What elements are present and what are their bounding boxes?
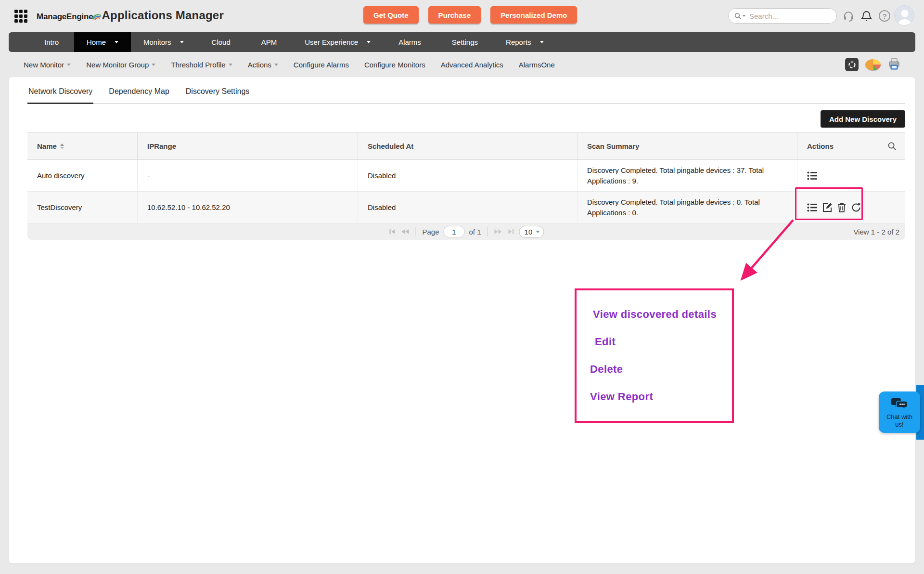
chevron-down-icon bbox=[536, 231, 540, 233]
main-navbar: Intro Home Monitors Cloud APM User Exper… bbox=[9, 32, 915, 52]
table-row: TestDiscovery 10.62.52.10 - 10.62.52.20 … bbox=[27, 192, 905, 223]
edit-icon[interactable] bbox=[822, 202, 833, 213]
last-page-icon[interactable] bbox=[507, 228, 515, 235]
delete-trash-icon[interactable] bbox=[837, 202, 847, 213]
search-icon bbox=[734, 13, 742, 20]
threshold-profile-menu[interactable]: Threshold Profile bbox=[163, 61, 240, 69]
new-monitor-group-menu[interactable]: New Monitor Group bbox=[78, 61, 163, 69]
search-input[interactable] bbox=[749, 12, 845, 20]
nav-cloud[interactable]: Cloud bbox=[196, 32, 246, 52]
previous-page-icon[interactable] bbox=[400, 228, 409, 235]
table-header: Name IPRange Scheduled At Scan Summary A… bbox=[27, 132, 905, 160]
divider bbox=[488, 227, 488, 236]
nav-user-experience[interactable]: User Experience bbox=[292, 32, 383, 52]
personalized-demo-button[interactable]: Personalized Demo bbox=[490, 6, 577, 24]
cell-name: TestDiscovery bbox=[27, 192, 137, 223]
secondary-toolbar: New Monitor New Monitor Group Threshold … bbox=[9, 52, 915, 77]
column-header-iprange: IPRange bbox=[137, 133, 358, 159]
purchase-button[interactable]: Purchase bbox=[428, 6, 481, 24]
chevron-down-icon bbox=[229, 64, 232, 66]
discovery-table: Name IPRange Scheduled At Scan Summary A… bbox=[27, 132, 905, 240]
tab-network-discovery[interactable]: Network Discovery bbox=[27, 85, 93, 104]
rescan-refresh-icon[interactable] bbox=[851, 202, 861, 213]
configure-alarms-link[interactable]: Configure Alarms bbox=[286, 61, 357, 69]
page-of-label: of 1 bbox=[469, 228, 481, 236]
chevron-down-icon bbox=[367, 41, 371, 43]
alarmsone-link[interactable]: AlarmsOne bbox=[511, 61, 563, 69]
global-search[interactable] bbox=[728, 8, 837, 24]
chat-widget[interactable]: Chat with us! bbox=[879, 391, 920, 433]
chevron-down-icon bbox=[115, 41, 118, 43]
cell-actions bbox=[797, 192, 905, 223]
nav-alarms[interactable]: Alarms bbox=[383, 32, 436, 52]
table-search-icon[interactable] bbox=[887, 142, 897, 151]
nav-reports[interactable]: Reports bbox=[493, 32, 556, 52]
cell-scan-summary: Discovery Completed. Total pingable devi… bbox=[577, 160, 797, 191]
notifications-bell-icon[interactable] bbox=[861, 11, 872, 24]
cell-scheduled-at: Disabled bbox=[358, 192, 577, 223]
table-footer: Page of 1 10 View 1 - 2 of 2 bbox=[27, 223, 905, 240]
actions-bar: Add New Discovery bbox=[27, 110, 905, 128]
column-header-actions: Actions bbox=[797, 133, 905, 159]
column-header-name[interactable]: Name bbox=[27, 133, 137, 159]
tab-discovery-settings[interactable]: Discovery Settings bbox=[185, 85, 251, 103]
first-page-icon[interactable] bbox=[388, 228, 396, 235]
user-avatar[interactable] bbox=[894, 5, 914, 26]
cell-name: Auto discovery bbox=[27, 160, 137, 191]
cell-scheduled-at: Disabled bbox=[358, 160, 577, 191]
page-size-select[interactable]: 10 bbox=[519, 226, 544, 238]
search-scope-caret-icon[interactable] bbox=[743, 15, 745, 17]
annotation-view-report: View Report bbox=[590, 391, 732, 403]
chevron-down-icon bbox=[152, 64, 155, 66]
nav-home[interactable]: Home bbox=[74, 32, 131, 52]
chevron-down-icon bbox=[180, 41, 184, 43]
page-number-input[interactable] bbox=[444, 226, 465, 237]
chevron-down-icon bbox=[67, 64, 71, 66]
help-icon[interactable]: ? bbox=[879, 10, 890, 22]
view-discovered-details-icon[interactable] bbox=[807, 171, 818, 181]
view-discovered-details-icon[interactable] bbox=[807, 203, 818, 212]
printer-icon[interactable] bbox=[887, 58, 901, 71]
annotation-edit: Edit bbox=[590, 336, 732, 348]
top-header: ManageEngine Applications Manager Get Qu… bbox=[0, 0, 924, 32]
content-card: Network Discovery Dependency Map Discove… bbox=[9, 77, 915, 563]
nav-intro[interactable]: Intro bbox=[29, 32, 74, 52]
cell-iprange: - bbox=[137, 160, 358, 191]
cta-button-group: Get Quote Purchase Personalized Demo bbox=[363, 6, 577, 24]
get-quote-button[interactable]: Get Quote bbox=[363, 6, 419, 24]
page-label: Page bbox=[422, 228, 439, 236]
advanced-analytics-link[interactable]: Advanced Analytics bbox=[433, 61, 511, 69]
pagination: Page of 1 10 bbox=[388, 226, 544, 238]
divider bbox=[415, 227, 416, 236]
annotation-view-discovered-details: View discovered details bbox=[590, 308, 732, 321]
toolbar-icon-group bbox=[845, 58, 901, 71]
logo[interactable]: ManageEngine Applications Manager bbox=[37, 9, 224, 22]
chevron-down-icon bbox=[274, 64, 278, 66]
next-page-icon[interactable] bbox=[494, 228, 503, 235]
configure-monitors-link[interactable]: Configure Monitors bbox=[357, 61, 433, 69]
new-monitor-menu[interactable]: New Monitor bbox=[16, 61, 78, 69]
column-header-scheduled-at: Scheduled At bbox=[358, 133, 577, 159]
cell-iprange: 10.62.52.10 - 10.62.52.20 bbox=[137, 192, 358, 223]
brand-name: ManageEngine bbox=[37, 12, 93, 22]
app-grid-icon[interactable] bbox=[14, 10, 27, 23]
sort-icon[interactable] bbox=[60, 144, 64, 149]
support-headset-icon[interactable] bbox=[843, 11, 854, 24]
chat-bubbles-icon bbox=[891, 397, 908, 411]
nav-settings[interactable]: Settings bbox=[436, 32, 493, 52]
add-new-discovery-button[interactable]: Add New Discovery bbox=[821, 110, 905, 128]
nav-monitors[interactable]: Monitors bbox=[131, 32, 196, 52]
nav-apm[interactable]: APM bbox=[246, 32, 293, 52]
chevron-down-icon bbox=[540, 41, 544, 43]
product-title: Applications Manager bbox=[102, 9, 224, 22]
cell-actions bbox=[797, 160, 905, 191]
annotation-callout-box: View discovered details Edit Delete View… bbox=[575, 288, 734, 423]
aperture-icon[interactable] bbox=[845, 58, 859, 71]
actions-menu[interactable]: Actions bbox=[240, 61, 286, 69]
pie-chart-icon[interactable] bbox=[865, 59, 881, 70]
view-range-label: View 1 - 2 of 2 bbox=[853, 228, 899, 236]
table-row: Auto discovery - Disabled Discovery Comp… bbox=[27, 160, 905, 192]
app-root: ManageEngine Applications Manager Get Qu… bbox=[0, 0, 924, 574]
discovery-tabs: Network Discovery Dependency Map Discove… bbox=[27, 85, 905, 104]
tab-dependency-map[interactable]: Dependency Map bbox=[108, 85, 170, 103]
